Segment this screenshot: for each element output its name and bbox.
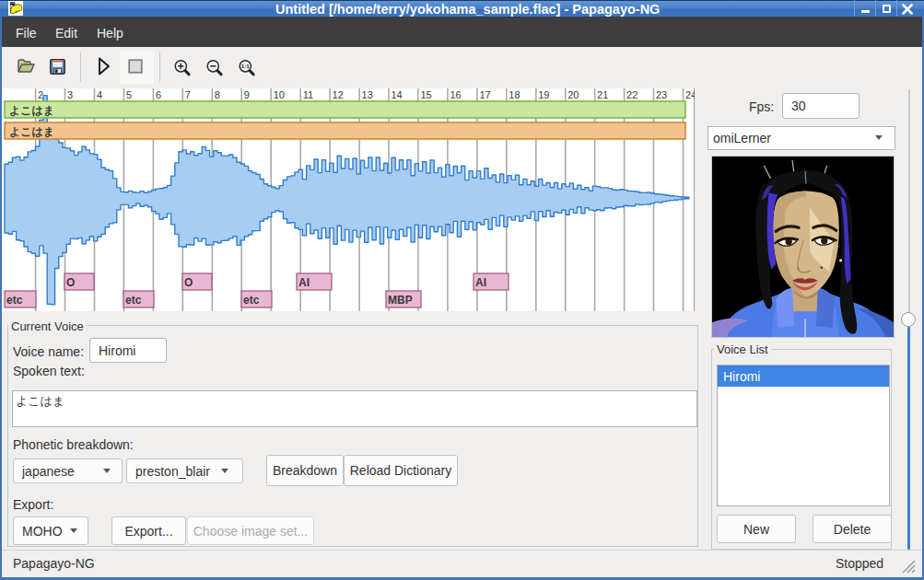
svg-text:22: 22 <box>626 89 637 100</box>
svg-text:6: 6 <box>156 89 161 100</box>
svg-text:MBP: MBP <box>388 294 413 307</box>
svg-text:17: 17 <box>479 89 490 100</box>
svg-text:20: 20 <box>567 89 579 100</box>
svg-text:よこはま: よこはま <box>9 104 54 117</box>
svg-text:etc: etc <box>6 294 23 307</box>
svg-text:4: 4 <box>97 89 102 100</box>
svg-text:5: 5 <box>126 89 132 100</box>
svg-text:3: 3 <box>67 89 73 100</box>
svg-text:19: 19 <box>538 89 549 100</box>
svg-text:21: 21 <box>597 89 608 100</box>
svg-text:10: 10 <box>274 89 285 100</box>
svg-text:16: 16 <box>450 89 461 100</box>
svg-text:7: 7 <box>185 89 191 100</box>
svg-text:O: O <box>184 276 193 289</box>
svg-text:13: 13 <box>362 89 373 100</box>
svg-text:etc: etc <box>125 294 142 307</box>
svg-text:AI: AI <box>298 276 310 289</box>
svg-text:24: 24 <box>685 89 695 100</box>
svg-text:etc: etc <box>243 294 260 307</box>
svg-text:AI: AI <box>475 276 486 289</box>
svg-text:11: 11 <box>303 89 313 100</box>
svg-text:14: 14 <box>392 89 403 100</box>
svg-text:9: 9 <box>244 89 250 100</box>
svg-text:23: 23 <box>656 89 667 100</box>
svg-text:1:1: 1:1 <box>241 63 251 69</box>
svg-text:18: 18 <box>509 89 520 100</box>
svg-text:12: 12 <box>333 89 344 100</box>
svg-text:O: O <box>66 276 75 289</box>
svg-text:8: 8 <box>215 89 220 100</box>
svg-text:15: 15 <box>420 89 431 100</box>
svg-text:よこはま: よこはま <box>9 125 54 138</box>
